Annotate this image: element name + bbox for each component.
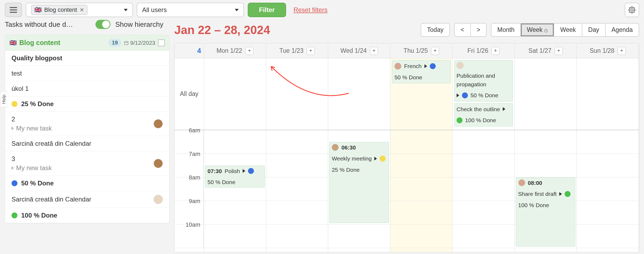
avatar: [154, 119, 163, 128]
add-event-button[interactable]: +: [307, 47, 315, 55]
next-button[interactable]: >: [470, 23, 487, 37]
time-column-fri[interactable]: [453, 130, 515, 252]
time-column-sun[interactable]: [577, 130, 639, 252]
flag-icon: 🇬🇧: [9, 39, 17, 46]
project-tag[interactable]: 🇬🇧 Blog content ✕: [31, 5, 87, 15]
week-number-cell: 4: [175, 43, 204, 58]
project-select[interactable]: 🇬🇧 Blog content ✕: [26, 3, 133, 17]
avatar: [394, 63, 401, 70]
task-row[interactable]: úkol 1: [5, 81, 169, 96]
remove-tag-icon[interactable]: ✕: [80, 7, 84, 13]
task-row[interactable]: 100 % Done: [5, 208, 169, 223]
timed-event[interactable]: 07:30Polish50 % Done: [205, 166, 265, 188]
chevron-right-icon: [12, 166, 14, 170]
play-icon: [243, 169, 245, 173]
task-label: test: [12, 70, 163, 77]
subtask-label: My new task: [16, 164, 52, 172]
event-time: 06:30: [341, 143, 356, 152]
users-select[interactable]: All users: [137, 3, 244, 17]
svg-rect-3: [124, 41, 128, 44]
svg-rect-0: [10, 7, 17, 8]
allday-cell-thu[interactable]: French50 % Done: [390, 58, 453, 130]
prev-button[interactable]: <: [454, 23, 471, 37]
add-event-button[interactable]: +: [555, 47, 563, 55]
time-column-tue[interactable]: [266, 130, 328, 252]
task-row[interactable]: 50 % Done: [5, 176, 169, 191]
allday-event[interactable]: French50 % Done: [392, 60, 451, 83]
task-label: 3: [12, 155, 150, 163]
add-event-button[interactable]: +: [618, 47, 626, 55]
allday-cell-sat[interactable]: [515, 58, 577, 130]
task-row[interactable]: test: [5, 66, 169, 81]
allday-cell-fri[interactable]: Publication and propagation50 % DoneChec…: [453, 58, 515, 130]
calendar-icon: [124, 40, 129, 45]
view-week-button[interactable]: Week: [554, 23, 582, 37]
day-header-mon: Mon 1/22+: [204, 43, 266, 58]
view-month-button[interactable]: Month: [491, 23, 521, 37]
chevron-down-icon: [235, 9, 239, 11]
task-row[interactable]: Quality blogpost: [5, 51, 169, 66]
task-row[interactable]: Sarcină creată din Calendar: [5, 136, 169, 151]
task-label: Sarcină creată din Calendar: [12, 140, 163, 147]
task-list[interactable]: Quality blogposttestúkol 125 % Done2My n…: [5, 51, 169, 223]
status-dot-icon: [12, 180, 17, 186]
timed-event[interactable]: 08:00Share first draft100 % Done: [516, 177, 576, 246]
add-event-button[interactable]: +: [370, 47, 378, 55]
status-dot-icon: [565, 191, 571, 197]
task-label: 2: [12, 115, 150, 123]
show-hierarchy-toggle[interactable]: [95, 20, 110, 29]
calendar-nav: Today < > MonthWeek◷WeekDayAgenda: [421, 23, 639, 37]
hour-label: 8am: [175, 174, 203, 181]
reset-filters-link[interactable]: Reset filters: [294, 6, 328, 14]
view-day-button[interactable]: Day: [582, 23, 606, 37]
top-toolbar: 🇬🇧 Blog content ✕ All users Filter Reset…: [0, 0, 644, 20]
event-title: French: [404, 62, 421, 70]
menu-button[interactable]: [5, 3, 22, 17]
project-checkbox[interactable]: [158, 39, 165, 46]
status-label: 50 % Done: [21, 180, 54, 187]
add-event-button[interactable]: +: [431, 47, 439, 55]
view-agenda-button[interactable]: Agenda: [605, 23, 639, 37]
gear-icon: [628, 6, 635, 13]
play-icon: [503, 107, 505, 111]
time-column-mon[interactable]: 07:30Polish50 % Done: [204, 130, 266, 252]
project-name: Blog content: [19, 39, 106, 47]
status-dot-icon: [12, 101, 17, 107]
add-event-button[interactable]: +: [245, 47, 253, 55]
time-column-sat[interactable]: 08:00Share first draft100 % Done: [515, 130, 577, 252]
time-grid: 6am7am8am9am10am07:30Polish50 % Done06:3…: [175, 130, 639, 252]
event-title: Weekly meeting: [332, 154, 372, 163]
task-row[interactable]: 25 % Done: [5, 96, 169, 112]
allday-event[interactable]: Publication and propagation50 % Done: [454, 60, 513, 102]
event-status: 50 % Done: [471, 91, 498, 100]
task-row[interactable]: 3My new task: [5, 151, 169, 176]
timed-event[interactable]: 06:30Weekly meeting25 % Done: [329, 142, 389, 223]
help-tab[interactable]: Help: [0, 91, 8, 107]
day-label: Tue 1/23: [279, 47, 304, 54]
task-row[interactable]: Sarcină creată din Calendar: [5, 191, 169, 208]
day-header-sun: Sun 1/28+: [577, 43, 639, 58]
today-button[interactable]: Today: [421, 23, 450, 37]
time-column-thu[interactable]: [390, 130, 453, 252]
hamburger-icon: [10, 7, 17, 13]
allday-cell-sun[interactable]: [577, 58, 639, 130]
filter-button[interactable]: Filter: [248, 3, 286, 17]
allday-cell-wed[interactable]: [328, 58, 390, 130]
event-title: Share first draft: [518, 190, 557, 198]
event-title: Check the outline: [457, 105, 500, 114]
avatar: [518, 179, 525, 186]
allday-cell-tue[interactable]: [266, 58, 328, 130]
add-event-button[interactable]: +: [491, 47, 499, 55]
project-card[interactable]: 🇬🇧 Blog content 19 9/12/2023: [5, 35, 169, 51]
allday-event[interactable]: Check the outline100 % Done: [454, 103, 513, 126]
allday-cell-mon[interactable]: [204, 58, 266, 130]
time-column-wed[interactable]: 06:30Weekly meeting25 % Done: [328, 130, 390, 252]
event-status: 100 % Done: [465, 116, 496, 125]
day-header-wed: Wed 1/24+: [328, 43, 390, 58]
settings-button[interactable]: [625, 3, 639, 17]
task-row[interactable]: 2My new task: [5, 112, 169, 136]
status-dot-icon: [430, 63, 436, 69]
day-label: Sun 1/28: [590, 47, 615, 54]
view-week-clock-button[interactable]: Week◷: [520, 23, 554, 37]
play-icon: [374, 157, 377, 160]
